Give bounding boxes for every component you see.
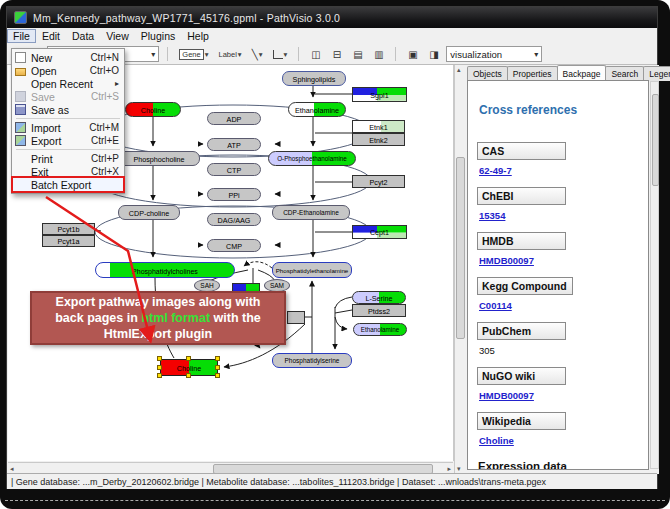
node-cept1[interactable]: Cept1 bbox=[352, 225, 407, 239]
align-center-button[interactable]: ◫ bbox=[307, 46, 324, 63]
node-pisd[interactable] bbox=[287, 311, 305, 324]
xref-link[interactable]: HMDB00097 bbox=[479, 390, 648, 401]
menu-item-new[interactable]: NewCtrl+N bbox=[13, 51, 123, 64]
node-cdp-ethanolamine[interactable]: CDP-Ethanolamine bbox=[272, 205, 350, 220]
tab-properties[interactable]: Properties bbox=[507, 66, 558, 81]
connector-tool-button[interactable]: ▾ bbox=[270, 46, 291, 63]
node-ptdss2[interactable]: Ptdss2 bbox=[352, 304, 406, 317]
node-choline-top[interactable]: Choline bbox=[125, 102, 181, 117]
line-tool-button[interactable]: ╲ ▾ bbox=[249, 46, 266, 63]
node-lserine[interactable]: L-Serine bbox=[352, 291, 406, 304]
menu-shortcut: Ctrl+N bbox=[90, 52, 119, 63]
screenshot-frame: Mm_Kennedy_pathway_WP1771_45176.gpml - P… bbox=[0, 0, 670, 509]
visualization-value: visualization bbox=[450, 49, 502, 60]
xref-link[interactable]: HMDB00097 bbox=[479, 255, 648, 266]
node-pcyt1b[interactable]: Pcyt1b bbox=[42, 223, 95, 235]
visualization-combobox[interactable]: visualization ▾ bbox=[446, 46, 542, 62]
node-ethanolamine-2[interactable]: Ethanolamine bbox=[353, 323, 407, 336]
xref-link[interactable]: Choline bbox=[479, 435, 648, 446]
menu-shortcut: Ctrl+E bbox=[91, 135, 119, 146]
menu-item-export[interactable]: ExportCtrl+E bbox=[13, 134, 123, 147]
new-document-icon bbox=[15, 52, 26, 63]
tab-legend[interactable]: Legend bbox=[643, 66, 670, 81]
xref-link[interactable]: 62-49-7 bbox=[479, 165, 648, 176]
menu-bar: FileEditDataViewPluginsHelp bbox=[7, 28, 657, 45]
menu-item-open[interactable]: OpenCtrl+O bbox=[13, 64, 123, 77]
node-cdp-choline[interactable]: CDP-choline bbox=[118, 205, 180, 220]
align-middle-button[interactable]: ⊟ bbox=[328, 46, 345, 63]
xref-header: PubChem bbox=[477, 322, 566, 340]
node-sgpl1[interactable]: Sgpl1 bbox=[352, 87, 407, 102]
datanode-tool-button[interactable]: Gene ▾ bbox=[176, 46, 211, 63]
gene-node-icon: Gene bbox=[179, 49, 203, 60]
tab-search[interactable]: Search bbox=[605, 66, 644, 81]
node-atp[interactable]: ATP bbox=[207, 138, 261, 151]
tab-backpage[interactable]: Backpage bbox=[557, 65, 607, 80]
selection-handle[interactable] bbox=[215, 365, 220, 370]
node-etnk2[interactable]: Etnk2 bbox=[352, 133, 405, 146]
node-label: ATP bbox=[227, 141, 240, 148]
node-adp[interactable]: ADP bbox=[207, 112, 261, 125]
menu-file[interactable]: File bbox=[7, 29, 36, 43]
node-phosphatidylserine[interactable]: Phosphatidylserine bbox=[272, 353, 352, 368]
selection-handle[interactable] bbox=[215, 356, 220, 361]
xref-link[interactable]: 15354 bbox=[479, 210, 648, 221]
menu-edit[interactable]: Edit bbox=[36, 29, 66, 43]
stack-vertical-button[interactable]: ▤ bbox=[349, 46, 366, 63]
node-phosphatidylcholines[interactable]: Phosphatidylcholines bbox=[95, 262, 235, 278]
node-label: Choline bbox=[141, 106, 165, 113]
menu-plugins[interactable]: Plugins bbox=[135, 29, 181, 43]
menu-help[interactable]: Help bbox=[181, 29, 215, 43]
xref-link[interactable]: C00114 bbox=[479, 300, 648, 311]
selection-handle[interactable] bbox=[186, 373, 191, 378]
node-o-phosphoethanolamine[interactable]: O-Phosphoethanolamine bbox=[268, 151, 356, 166]
label-tool-button[interactable]: Label ▾ bbox=[215, 46, 244, 63]
label-tool-icon: Label bbox=[218, 50, 236, 59]
menu-item-save[interactable]: SaveCtrl+S bbox=[13, 90, 123, 103]
xref-section-chebi: ChEBI15354 bbox=[477, 186, 648, 221]
menu-shortcut: Ctrl+X bbox=[91, 166, 119, 177]
scrollbar-thumb[interactable] bbox=[456, 157, 465, 339]
menu-item-exit[interactable]: ExitCtrl+X bbox=[13, 165, 123, 178]
menu-item-batch-export[interactable]: Batch Export bbox=[13, 178, 123, 191]
node-etnk1[interactable]: Etnk1 bbox=[352, 120, 405, 133]
link-tool-button[interactable]: ◨ bbox=[425, 46, 442, 63]
menu-item-import[interactable]: ImportCtrl+M bbox=[13, 121, 123, 134]
node-pcyt1a[interactable]: Pcyt1a bbox=[42, 235, 95, 247]
node-ethanolamine-top[interactable]: Ethanolamine bbox=[288, 102, 346, 117]
node-dag-aag[interactable]: DAG/AAG bbox=[207, 213, 261, 226]
import-icon bbox=[15, 122, 26, 133]
title-bar[interactable]: Mm_Kennedy_pathway_WP1771_45176.gpml - P… bbox=[7, 7, 657, 28]
menu-item-save-as[interactable]: Save as bbox=[13, 103, 123, 116]
align-middle-icon: ⊟ bbox=[333, 49, 341, 60]
save-as-icon bbox=[15, 104, 26, 115]
xref-section-pubchem: PubChem305 bbox=[477, 321, 648, 356]
panel-scrollbar[interactable] bbox=[650, 81, 659, 469]
node-label: CTP bbox=[227, 166, 241, 173]
node-label: Phosphatidylserine bbox=[285, 358, 340, 365]
menu-item-label: Exit bbox=[31, 166, 49, 178]
node-sphingolipids[interactable]: Sphingolipids bbox=[282, 71, 346, 86]
tab-objects[interactable]: Objects bbox=[467, 66, 508, 81]
node-ctp[interactable]: CTP bbox=[207, 163, 261, 176]
xref-header: CAS bbox=[477, 142, 566, 160]
node-pcyt2[interactable]: Pcyt2 bbox=[352, 175, 405, 188]
menu-data[interactable]: Data bbox=[66, 29, 100, 43]
selection-handle[interactable] bbox=[186, 356, 191, 361]
scrollbar-thumb[interactable] bbox=[652, 94, 659, 186]
menu-view[interactable]: View bbox=[100, 29, 135, 43]
menu-item-print[interactable]: PrintCtrl+P bbox=[13, 152, 123, 165]
menu-item-open-recent[interactable]: Open Recent▸ bbox=[13, 77, 123, 90]
node-phosphatidylethanolamine[interactable]: Phosphatidylethanolamine bbox=[272, 262, 352, 278]
selection-handle[interactable] bbox=[215, 373, 220, 378]
node-phosphocholine[interactable]: Phosphocholine bbox=[118, 151, 200, 166]
selection-handle[interactable] bbox=[157, 356, 162, 361]
node-ppi[interactable]: PPi bbox=[207, 188, 261, 201]
stack-horizontal-button[interactable]: ▥ bbox=[370, 46, 387, 63]
selection-handle[interactable] bbox=[157, 373, 162, 378]
node-label: Pcyt2 bbox=[370, 178, 388, 185]
node-cmp[interactable]: CMP bbox=[207, 239, 261, 252]
selection-handle[interactable] bbox=[157, 365, 162, 370]
common-properties-button[interactable]: ▣ bbox=[404, 46, 421, 63]
scroll-up-icon[interactable]: ▴ bbox=[457, 65, 461, 75]
